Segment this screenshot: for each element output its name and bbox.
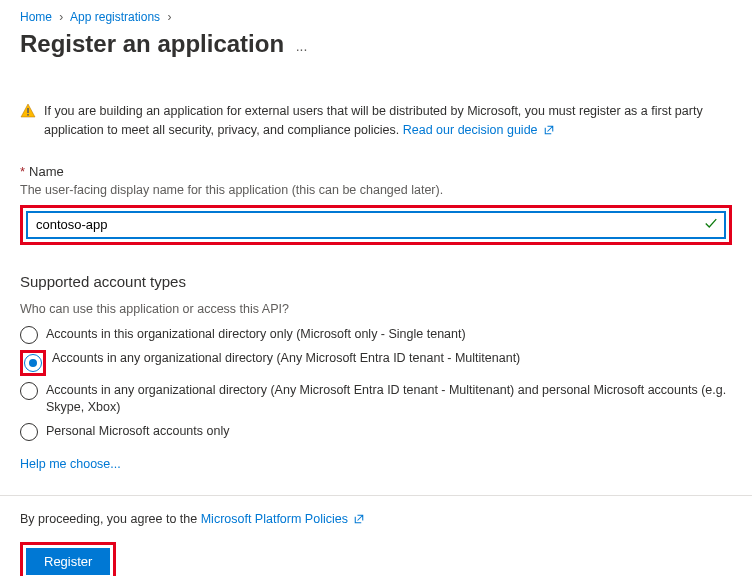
account-type-multitenant-personal[interactable]: Accounts in any organizational directory… bbox=[20, 382, 732, 417]
account-types-question: Who can use this application or access t… bbox=[20, 302, 732, 316]
name-label: *Name bbox=[20, 164, 732, 179]
name-input-highlight bbox=[20, 205, 732, 245]
warning-message: If you are building an application for e… bbox=[44, 104, 703, 137]
radio-label: Accounts in this organizational director… bbox=[46, 326, 466, 344]
platform-policies-link-text: Microsoft Platform Policies bbox=[201, 512, 348, 526]
name-input[interactable] bbox=[28, 213, 724, 236]
radio-icon bbox=[20, 382, 38, 400]
warning-banner: If you are building an application for e… bbox=[20, 102, 732, 140]
radio-icon bbox=[20, 326, 38, 344]
warning-icon bbox=[20, 103, 36, 125]
agree-prefix: By proceeding, you agree to the bbox=[20, 512, 201, 526]
name-label-text: Name bbox=[29, 164, 64, 179]
svg-rect-0 bbox=[27, 108, 29, 113]
page-title: Register an application bbox=[20, 30, 284, 58]
radio-label: Personal Microsoft accounts only bbox=[46, 423, 229, 441]
radio-icon bbox=[20, 423, 38, 441]
chevron-right-icon: › bbox=[167, 10, 171, 24]
radio-label: Accounts in any organizational directory… bbox=[52, 350, 520, 368]
name-description: The user-facing display name for this ap… bbox=[20, 183, 732, 197]
warning-text: If you are building an application for e… bbox=[44, 102, 732, 140]
register-button-highlight: Register bbox=[20, 542, 116, 577]
more-actions-icon[interactable]: ··· bbox=[296, 41, 308, 57]
svg-rect-1 bbox=[27, 114, 29, 116]
help-me-choose-link[interactable]: Help me choose... bbox=[20, 457, 121, 471]
decision-guide-link-text: Read our decision guide bbox=[403, 123, 538, 137]
radio-highlight bbox=[20, 350, 46, 376]
breadcrumb-home[interactable]: Home bbox=[20, 10, 52, 24]
account-type-multitenant[interactable]: Accounts in any organizational directory… bbox=[20, 350, 732, 376]
register-button[interactable]: Register bbox=[26, 548, 110, 575]
agree-text: By proceeding, you agree to the Microsof… bbox=[20, 512, 732, 526]
breadcrumb-app-registrations[interactable]: App registrations bbox=[70, 10, 160, 24]
required-asterisk: * bbox=[20, 164, 25, 179]
divider bbox=[0, 495, 752, 496]
external-link-icon bbox=[353, 513, 365, 525]
checkmark-icon bbox=[704, 216, 718, 233]
decision-guide-link[interactable]: Read our decision guide bbox=[403, 123, 555, 137]
platform-policies-link[interactable]: Microsoft Platform Policies bbox=[201, 512, 366, 526]
name-input-wrapper bbox=[26, 211, 726, 239]
breadcrumb: Home › App registrations › bbox=[20, 10, 732, 24]
radio-icon bbox=[24, 354, 42, 372]
radio-label: Accounts in any organizational directory… bbox=[46, 382, 732, 417]
account-types-heading: Supported account types bbox=[20, 273, 732, 290]
account-type-single-tenant[interactable]: Accounts in this organizational director… bbox=[20, 326, 732, 344]
chevron-right-icon: › bbox=[59, 10, 63, 24]
external-link-icon bbox=[543, 124, 555, 136]
account-type-personal-only[interactable]: Personal Microsoft accounts only bbox=[20, 423, 732, 441]
